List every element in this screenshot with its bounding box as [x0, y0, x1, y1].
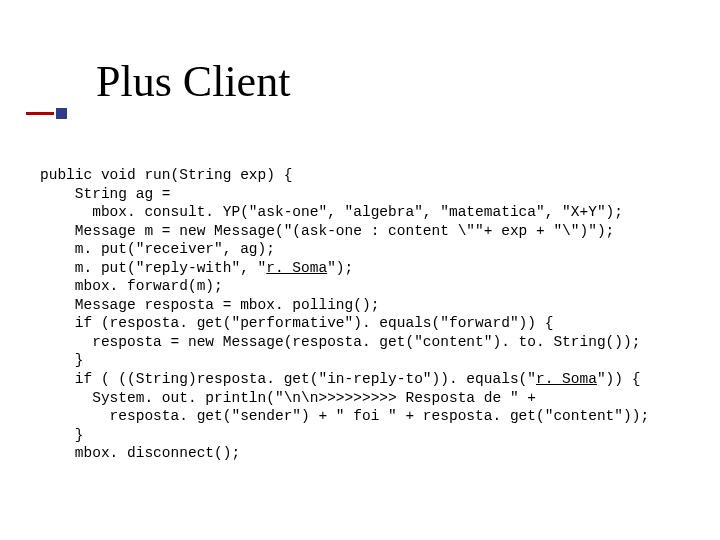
code-line: if (resposta. get("performative"). equal… — [40, 315, 553, 331]
slide: Plus Client public void run(String exp) … — [0, 0, 720, 540]
code-line: String ag = — [40, 186, 171, 202]
code-line: resposta. get("sender") + " foi " + resp… — [40, 408, 649, 424]
code-line: ")) { — [597, 371, 641, 387]
code-underlined: r. Soma — [266, 260, 327, 276]
code-line: m. put("receiver", ag); — [40, 241, 275, 257]
code-line: m. put("reply-with", " — [40, 260, 266, 276]
code-line: mbox. disconnect(); — [40, 445, 240, 461]
code-line: "); — [327, 260, 353, 276]
code-line: public void run(String exp) { — [40, 167, 292, 183]
code-line: mbox. forward(m); — [40, 278, 223, 294]
accent-bar — [26, 112, 54, 115]
code-line: if ( ((String)resposta. get("in-reply-to… — [40, 371, 536, 387]
code-underlined: r. Soma — [536, 371, 597, 387]
slide-title: Plus Client — [96, 56, 290, 107]
code-line: resposta = new Message(resposta. get("co… — [40, 334, 640, 350]
accent-square — [56, 108, 67, 119]
code-line: mbox. consult. YP("ask-one", "algebra", … — [40, 204, 623, 220]
code-line: Message m = new Message("(ask-one : cont… — [40, 223, 614, 239]
code-block: public void run(String exp) { String ag … — [40, 166, 710, 463]
code-line: } — [40, 427, 84, 443]
code-line: Message resposta = mbox. polling(); — [40, 297, 379, 313]
code-line: System. out. println("\n\n>>>>>>>>> Resp… — [40, 390, 536, 406]
code-line: } — [40, 352, 84, 368]
